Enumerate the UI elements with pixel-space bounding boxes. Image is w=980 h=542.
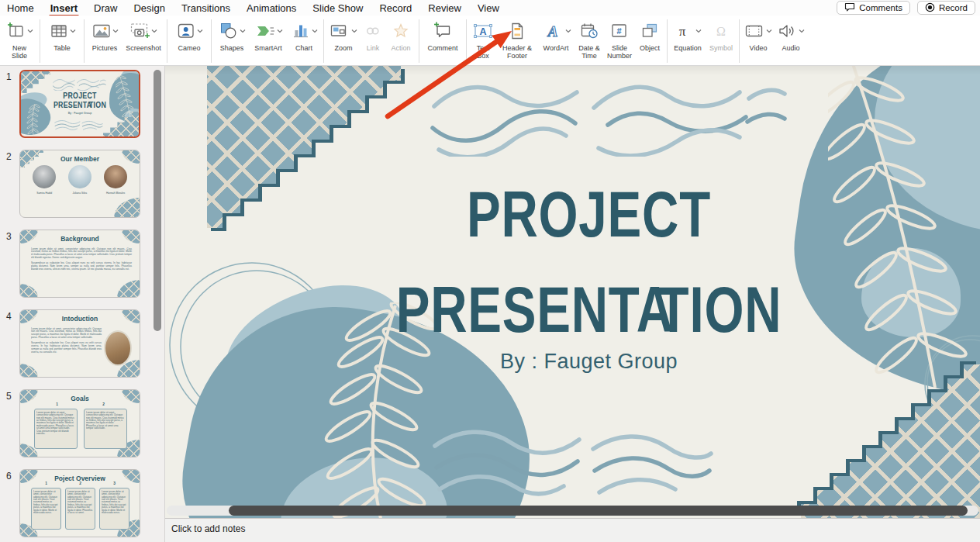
- ribbon-tool-date-time[interactable]: Date &Time: [575, 17, 604, 61]
- ribbon-tool-label: Zoom: [334, 44, 352, 61]
- slide-thumbnail-4[interactable]: Intoduction Lorem ipsum dolor sit amet, …: [19, 309, 140, 378]
- link-icon: [363, 19, 383, 43]
- goal-number: 2: [102, 402, 105, 406]
- menu-tab-bar: HomeInsertDrawDesignTransitionsAnimation…: [0, 0, 980, 16]
- overview-number: 2: [79, 482, 81, 485]
- comments-button[interactable]: Comments: [837, 1, 910, 15]
- ribbon-tool-comment[interactable]: Comment: [422, 17, 464, 61]
- ribbon-tool-header-footer[interactable]: Header &Footer: [497, 17, 537, 61]
- ribbon-tool-action: Action: [385, 17, 416, 61]
- comment-bubble-icon: [844, 2, 855, 13]
- overview-number: 1: [45, 482, 47, 485]
- overview-box-text: Lorem ipsum dolor sit amet, consectetur …: [102, 490, 127, 514]
- slide-number-label: 6: [0, 469, 19, 482]
- overview-box-text: Lorem ipsum dolor sit amet, consectetur …: [67, 490, 93, 514]
- chart-icon: [291, 19, 318, 43]
- ribbon-tool-audio[interactable]: Audio: [775, 17, 807, 61]
- slide-number-icon: #: [609, 19, 630, 43]
- wordart-icon: A: [541, 19, 571, 43]
- zoom-icon: [330, 19, 357, 43]
- ribbon-tool-label: Link: [367, 44, 380, 61]
- ribbon-tool-zoom[interactable]: Zoom: [326, 17, 361, 61]
- ribbon-tool-pictures[interactable]: Pictures: [87, 17, 122, 61]
- ribbon-tool-text-box[interactable]: ATextBox: [469, 17, 497, 61]
- tab-home[interactable]: Home: [7, 2, 34, 14]
- ribbon-tool-label: Symbol: [709, 44, 733, 61]
- ribbon-tool-label: Table: [53, 44, 71, 61]
- ribbon-tool-table[interactable]: Table: [43, 17, 81, 61]
- ribbon-tool-label: Object: [640, 44, 660, 61]
- thumbnail-title: Intoduction: [20, 315, 140, 323]
- header-footer-icon: [507, 19, 527, 43]
- ribbon-tool-chart[interactable]: Chart: [287, 17, 321, 61]
- slide-canvas[interactable]: PROJECT PRESENTATION By : Fauget Group: [165, 66, 980, 518]
- ribbon-tool-screenshot[interactable]: Screenshot: [122, 17, 164, 61]
- member-photo: [68, 165, 91, 188]
- ribbon-tool-cameo[interactable]: Cameo: [170, 17, 209, 61]
- slide-thumbnail-6[interactable]: Poject Overview 1 2 3 Lorem ipsum dolor …: [19, 469, 140, 537]
- ribbon-tool-equation[interactable]: πEquation: [670, 17, 706, 61]
- slide-thumbnail-2[interactable]: Our Member Samira Hadid Juliana Silva Ha…: [19, 150, 140, 218]
- ribbon-tool-object[interactable]: Object: [635, 17, 664, 61]
- slide-number-label: 5: [0, 389, 19, 402]
- horizontal-scrollbar-thumb[interactable]: [229, 506, 968, 516]
- ribbon-tool-label: Header &Footer: [502, 44, 532, 61]
- tab-review[interactable]: Review: [428, 2, 461, 14]
- tab-insert[interactable]: Insert: [50, 2, 78, 14]
- ribbon-insert: NewSlideTablePicturesScreenshotCameoShap…: [0, 16, 980, 66]
- ribbon-tool-label: Comment: [427, 44, 457, 61]
- thumbnails-scrollbar[interactable]: [154, 70, 161, 331]
- ribbon-tool-label: SmartArt: [254, 44, 282, 61]
- slide-thumbnail-panel: 1 PROJECT PRESENTATION By : Fauget Group: [0, 66, 165, 542]
- chevron-down-icon: [695, 29, 702, 33]
- ribbon-tool-video[interactable]: Video: [742, 17, 775, 61]
- slide-thumbnail-5[interactable]: Goals 1 2 Lorem ipsum dolor sit amet, co…: [19, 389, 140, 457]
- video-icon: [744, 19, 772, 43]
- record-dot-icon: [925, 2, 935, 14]
- cameo-icon: [176, 19, 203, 43]
- ribbon-group-divider: [167, 19, 167, 63]
- thumbnail-title: PROJECT PRESENTATION: [30, 91, 129, 109]
- record-button[interactable]: Record: [917, 1, 975, 15]
- chevron-down-icon: [27, 29, 33, 33]
- ribbon-tool-label: Action: [391, 44, 410, 61]
- tab-design[interactable]: Design: [133, 2, 164, 14]
- member-photo: [104, 165, 127, 188]
- tab-record[interactable]: Record: [379, 2, 412, 14]
- ribbon-tool-label: Pictures: [92, 44, 118, 61]
- pictures-icon: [91, 19, 119, 43]
- ribbon-tool-symbol: ΩSymbol: [706, 17, 737, 61]
- tab-transitions[interactable]: Transitions: [181, 2, 230, 14]
- notes-placeholder[interactable]: Click to add notes: [171, 523, 980, 534]
- goal-box-text: Lorem ipsum dolor sit amet, consectetur …: [86, 411, 125, 430]
- slide-thumbnail-3[interactable]: Background Lorem ipsum dolor sit amet, c…: [19, 230, 140, 298]
- object-icon: [640, 19, 660, 43]
- symbol-icon: Ω: [711, 19, 731, 43]
- horizontal-scrollbar-track[interactable]: [167, 506, 978, 516]
- thumbnail-body: Lorem ipsum dolor sit amet, consectetur …: [31, 327, 102, 338]
- ribbon-tool-slide-number[interactable]: #SlideNumber: [604, 17, 635, 61]
- comments-label: Comments: [859, 3, 902, 12]
- chevron-down-icon: [240, 29, 246, 33]
- tab-draw[interactable]: Draw: [94, 2, 117, 14]
- member-name: Juliana Silva: [73, 192, 88, 194]
- slide-thumbnail-1[interactable]: PROJECT PRESENTATION By : Fauget Group: [19, 70, 140, 138]
- ribbon-tool-shapes[interactable]: Shapes: [214, 17, 250, 61]
- tab-view[interactable]: View: [478, 2, 499, 14]
- tab-animations[interactable]: Animations: [247, 2, 296, 14]
- ribbon-tool-new-slide[interactable]: NewSlide: [2, 17, 37, 61]
- ribbon-tool-smartart[interactable]: SmartArt: [250, 17, 287, 61]
- ribbon-tool-label: SlideNumber: [607, 44, 632, 61]
- goal-box-text: Lorem ipsum dolor sit amet, consectetur …: [36, 411, 75, 435]
- ribbon-group-divider: [84, 19, 85, 63]
- new-slide-icon: [5, 19, 33, 43]
- chevron-down-icon: [565, 29, 571, 33]
- ribbon-tool-label: Audio: [782, 44, 799, 61]
- action-icon: [391, 19, 411, 43]
- tab-slide-show[interactable]: Slide Show: [312, 2, 363, 14]
- screenshot-icon: [129, 19, 157, 43]
- ribbon-tool-wordart[interactable]: AWordArt: [537, 17, 575, 61]
- ribbon-tool-link: Link: [361, 17, 385, 61]
- slide-title-line1: PROJECT: [271, 179, 907, 249]
- svg-text:A: A: [547, 23, 557, 40]
